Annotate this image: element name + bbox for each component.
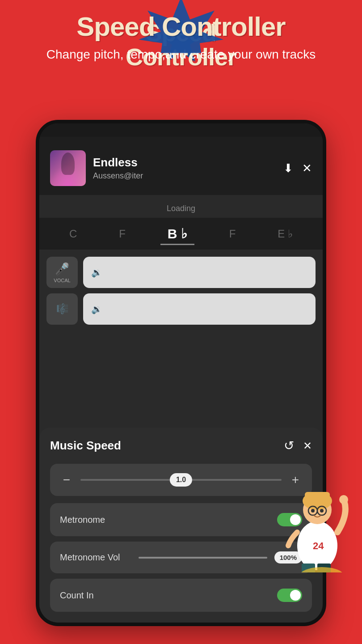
tracks-area: 🎤 VOCAL 🔉 🎼 🔉 (39, 250, 323, 332)
speed-decrease-button[interactable]: − (60, 473, 73, 487)
toggle-knob-countin (290, 590, 301, 601)
loading-text: Loading (39, 195, 323, 218)
page-header: Speed Controller Change pitch, tempo,and… (0, 13, 362, 63)
vocal-track-icon[interactable]: 🎤 VOCAL (46, 257, 78, 288)
status-bar (39, 123, 323, 137)
metronome-vol-slider[interactable] (139, 557, 267, 559)
music-track-icon[interactable]: 🎼 (46, 293, 78, 325)
key-selector[interactable]: C F B ♭ F E ♭ (39, 218, 323, 250)
svg-point-10 (339, 495, 348, 504)
music-track-row: 🎼 🔉 (46, 293, 316, 325)
speed-value-thumb: 1.0 (170, 473, 192, 487)
title-badge-wrapper: Speed Controller (76, 13, 285, 40)
metronome-vol-row: Metronome Vol 100% (50, 542, 312, 573)
svg-point-9 (320, 509, 324, 513)
vocal-volume-slider[interactable]: 🔉 (83, 257, 316, 288)
count-in-row: Count In (50, 579, 312, 612)
download-icon[interactable]: ⬇ (283, 161, 293, 175)
count-in-label: Count In (60, 590, 277, 601)
panel-header: Music Speed ↺ ✕ (50, 438, 312, 453)
track-details: Endless Aussens@iter (93, 156, 143, 181)
refresh-button[interactable]: ↺ (284, 438, 294, 453)
key-f2[interactable]: F (222, 224, 243, 244)
metronome-label: Metronome (60, 515, 277, 525)
svg-text:24: 24 (313, 540, 324, 551)
count-in-toggle[interactable] (277, 589, 302, 602)
album-art (50, 150, 86, 186)
vocal-track-row: 🎤 VOCAL 🔉 (46, 257, 316, 288)
loading-label: Loading (167, 204, 195, 213)
metronome-vol-label: Metronome Vol (60, 552, 131, 563)
key-c[interactable]: C (62, 224, 84, 244)
panel-title: Music Speed (50, 439, 275, 453)
track-info-row: Endless Aussens@iter ⬇ ✕ (50, 150, 312, 186)
track-header-area: Endless Aussens@iter ⬇ ✕ (39, 137, 323, 195)
track-actions[interactable]: ⬇ ✕ (283, 161, 312, 175)
track-artist: Aussens@iter (93, 171, 143, 181)
app-title: Speed Controller (76, 13, 285, 40)
speed-slider-container: − 1.0 + (50, 464, 312, 496)
close-panel-button[interactable]: ✕ (303, 440, 312, 452)
close-track-icon[interactable]: ✕ (302, 161, 312, 175)
metronome-row: Metronome (50, 503, 312, 536)
volume-icon-vocal: 🔉 (91, 267, 102, 278)
character-svg: 24 (277, 456, 358, 572)
svg-rect-16 (305, 492, 330, 498)
track-title: Endless (93, 156, 143, 169)
vocal-label: VOCAL (54, 278, 70, 283)
key-bb[interactable]: B ♭ (160, 222, 194, 245)
vol-fill-bar (139, 557, 267, 559)
key-eb[interactable]: E ♭ (270, 224, 300, 244)
character-illustration: 24 (277, 456, 358, 572)
music-volume-slider[interactable]: 🔉 (83, 293, 316, 325)
microphone-icon: 🎤 (55, 262, 69, 276)
music-note-icon: 🎼 (56, 303, 68, 315)
svg-point-8 (311, 509, 315, 513)
volume-icon-music: 🔉 (91, 304, 102, 314)
speed-slider-track[interactable]: 1.0 (80, 479, 282, 481)
key-f1[interactable]: F (112, 224, 133, 244)
album-art-inner (50, 150, 86, 186)
